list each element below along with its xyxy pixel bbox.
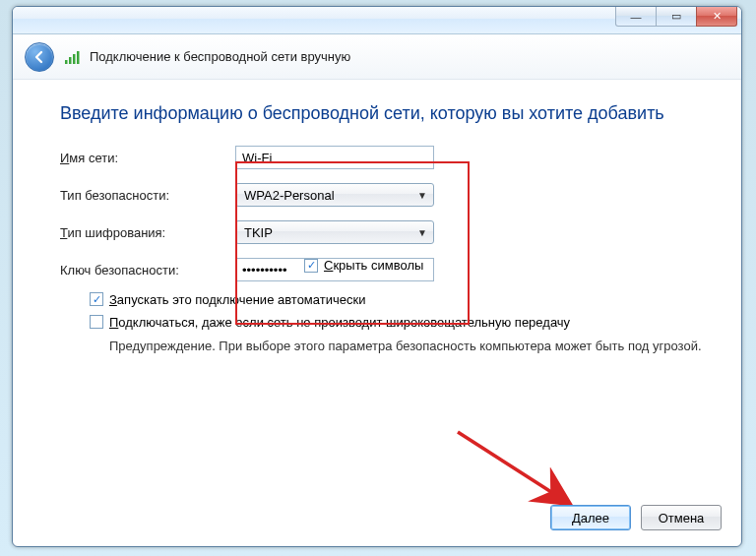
wizard-header: Подключение к беспроводной сети вручную (13, 34, 741, 80)
security-type-value: WPA2-Personal (244, 188, 335, 203)
close-button[interactable]: ✕ (696, 7, 737, 27)
encryption-type-dropdown[interactable]: TKIP ▼ (235, 220, 434, 244)
wizard-content: Введите информацию о беспроводной сети, … (13, 80, 741, 355)
svg-rect-2 (73, 54, 76, 64)
chevron-down-icon: ▼ (417, 227, 427, 238)
hide-characters-checkbox[interactable]: ✓ (304, 259, 318, 273)
label-security-key: Ключ безопасности: (60, 263, 235, 278)
auto-connect-checkbox[interactable]: ✓ (90, 292, 103, 306)
arrow-left-icon (32, 49, 47, 65)
svg-line-4 (458, 432, 562, 499)
encryption-type-value: TKIP (244, 225, 273, 240)
back-button[interactable] (25, 42, 54, 72)
label-security-type: Тип безопасности: (60, 188, 235, 203)
label-auto-connect: Запускать это подключение автоматически (109, 292, 365, 307)
chevron-down-icon: ▼ (417, 190, 427, 201)
network-name-input[interactable] (235, 146, 434, 169)
svg-rect-3 (77, 51, 80, 64)
warning-text: Предупреждение. При выборе этого парамет… (109, 338, 708, 355)
annotation-arrow (454, 428, 592, 517)
svg-rect-1 (69, 57, 72, 64)
cancel-button[interactable]: Отмена (641, 505, 722, 530)
security-type-dropdown[interactable]: WPA2-Personal ▼ (235, 183, 434, 207)
label-connect-hidden: Подключаться, даже если сеть не производ… (109, 315, 570, 330)
maximize-button[interactable]: ▭ (656, 7, 697, 27)
svg-rect-0 (65, 60, 68, 64)
wifi-signal-icon (64, 49, 80, 65)
wizard-title: Подключение к беспроводной сети вручную (90, 49, 350, 64)
connect-hidden-checkbox[interactable] (90, 315, 103, 329)
titlebar: — ▭ ✕ (13, 7, 741, 34)
next-button[interactable]: Далее (550, 505, 631, 530)
label-hide-characters: Скрыть символы (324, 258, 423, 273)
label-network-name: Имя сети: (60, 151, 235, 165)
page-heading: Введите информацию о беспроводной сети, … (60, 103, 708, 124)
label-encryption-type: Тип шифрования: (60, 225, 235, 240)
wizard-window: — ▭ ✕ Подключение к беспроводной сети вр… (12, 6, 742, 547)
minimize-button[interactable]: — (615, 7, 657, 27)
